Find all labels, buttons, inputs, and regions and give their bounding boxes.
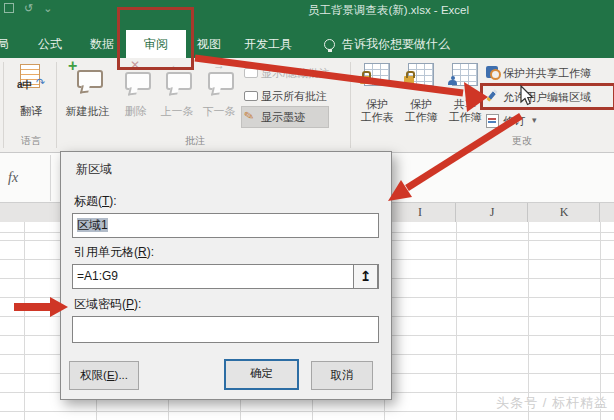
watermark: 头条号 / 标杆精益 xyxy=(448,394,608,412)
password-field-label: 区域密码(P): xyxy=(74,296,141,313)
ok-button[interactable]: 确定 xyxy=(224,359,299,390)
permissions-button[interactable]: 权限(E)... xyxy=(69,361,139,390)
protect-sheet-button[interactable]: 保护工作表 xyxy=(356,60,398,150)
previous-comment-icon xyxy=(166,72,192,90)
protect-share-workbook-icon xyxy=(486,66,498,78)
ribbon: a中 ↷ 翻译 语言 + 新建批注 ✕ 删除 ← 上一条 → 下一条 显示/隐 xyxy=(0,58,614,153)
group-label-changes: 更改 xyxy=(492,134,552,148)
save-icon[interactable] xyxy=(4,3,14,13)
tab-developer[interactable]: 开发工具 xyxy=(240,30,296,58)
delete-comment-label: 删除 xyxy=(116,104,156,119)
protect-share-workbook-button[interactable]: 保护并共享工作簿 xyxy=(486,64,614,82)
share-workbook-button[interactable]: 共享工作簿 xyxy=(444,60,486,150)
show-hide-comment-button[interactable]: 显示/隐藏批注 xyxy=(244,64,344,82)
chevron-down-icon: ▾ xyxy=(532,115,537,125)
tab-review[interactable]: 审阅 xyxy=(126,30,186,58)
pencil-icon xyxy=(486,89,497,102)
show-all-comments-button[interactable]: 显示所有批注 xyxy=(244,87,344,105)
range-picker-button[interactable]: ↥ xyxy=(353,264,378,289)
allow-edit-ranges-button[interactable]: 允许用户编辑区域 xyxy=(486,88,614,106)
selected-text: 区域1 xyxy=(77,218,108,232)
lock-icon xyxy=(404,76,414,84)
new-comment-label: 新建批注 xyxy=(60,104,115,119)
tab-page-layout-partial[interactable]: 局 xyxy=(0,30,12,58)
show-hide-comment-icon xyxy=(244,68,258,78)
show-ink-button[interactable]: ✎ 显示墨迹 xyxy=(244,108,334,126)
dialog-title: 新区域 xyxy=(76,161,112,178)
show-ink-icon: ✎ xyxy=(243,108,255,124)
tab-data[interactable]: 数据 xyxy=(82,30,122,58)
protect-workbook-button[interactable]: 保护工作簿 xyxy=(400,60,442,150)
lock-icon xyxy=(360,76,370,84)
translate-arrow-icon: ↷ xyxy=(36,76,45,89)
column-header-i[interactable]: I xyxy=(384,205,456,220)
column-header-k[interactable]: K xyxy=(528,205,600,220)
new-range-dialog: 新区域 标题(T): 区域1 引用单元格(R): =A1:G9 ↥ 区域密码(P… xyxy=(60,151,392,400)
group-label-language: 语言 xyxy=(8,134,54,148)
tab-view[interactable]: 视图 xyxy=(189,30,229,58)
track-changes-icon xyxy=(486,114,499,128)
delete-comment-button[interactable]: ✕ 删除 xyxy=(116,60,156,150)
undo-icon[interactable]: ↺ xyxy=(24,2,33,14)
person-icon xyxy=(448,76,457,85)
title-field-label: 标题(T): xyxy=(74,193,117,210)
translate-label: 翻译 xyxy=(8,104,54,119)
lightbulb-icon xyxy=(324,39,335,50)
column-header-j[interactable]: J xyxy=(456,205,528,220)
previous-comment-label: 上一条 xyxy=(156,104,198,119)
group-label-comments: 批注 xyxy=(160,134,230,148)
track-changes-button[interactable]: 修订 ▾ xyxy=(486,112,566,130)
new-comment-button[interactable]: + 新建批注 xyxy=(60,60,115,150)
title-bar: ↺ ⌄ 员工背景调查表(新).xlsx - Excel 局 公式 数据 审阅 视… xyxy=(0,0,614,58)
window-title: 员工背景调查表(新).xlsx - Excel xyxy=(308,3,469,18)
title-input[interactable]: 区域1 xyxy=(72,213,379,238)
ref-field-label: 引用单元格(R): xyxy=(74,244,154,261)
new-comment-icon xyxy=(77,70,103,88)
ref-input[interactable]: =A1:G9 ↥ xyxy=(72,264,379,289)
excel-window: ↺ ⌄ 员工背景调查表(新).xlsx - Excel 局 公式 数据 审阅 视… xyxy=(0,0,614,420)
cancel-button[interactable]: 取消 xyxy=(311,361,373,390)
tab-formulas[interactable]: 公式 xyxy=(30,30,70,58)
fx-icon: fx xyxy=(8,170,18,186)
quick-access-toolbar: ↺ ⌄ xyxy=(4,2,60,15)
delete-comment-icon xyxy=(125,72,151,90)
next-comment-label: 下一条 xyxy=(198,104,240,119)
tell-me-box[interactable]: 告诉我你想要做什么 xyxy=(342,30,462,58)
qat-customize-icon[interactable]: ⌄ xyxy=(43,2,52,14)
next-comment-icon xyxy=(208,72,234,90)
show-all-comments-icon xyxy=(244,91,258,101)
password-input[interactable] xyxy=(72,316,379,343)
